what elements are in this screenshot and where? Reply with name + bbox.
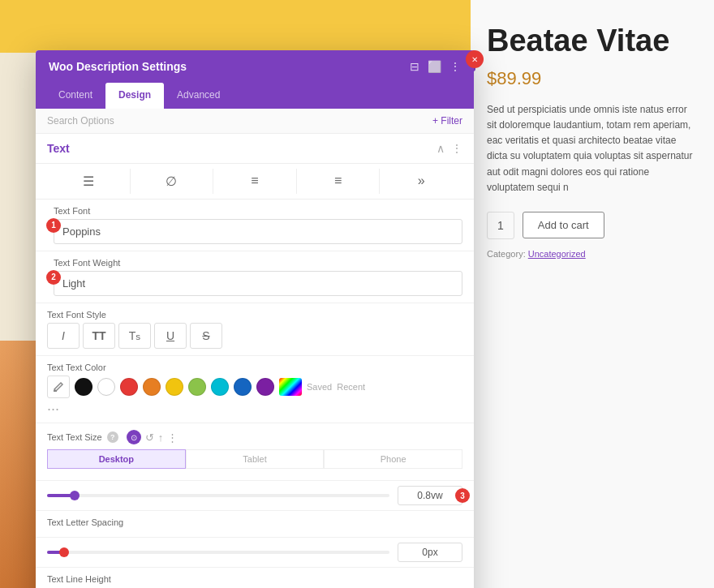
text-size-input[interactable] [398, 486, 462, 505]
letter-spacing-value-box [398, 543, 462, 562]
badge-1: 1 [46, 218, 61, 233]
category-link[interactable]: Uncategorized [528, 249, 586, 259]
tab-advanced[interactable]: Advanced [164, 83, 233, 109]
device-tab-tablet[interactable]: Tablet [186, 449, 325, 469]
text-font-row: 1 Text Font Poppins [36, 200, 474, 251]
text-size-slider-row: 3 [36, 481, 474, 511]
maximize-icon[interactable]: ⬜ [428, 60, 441, 73]
category-line: Category: Uncategorized [487, 249, 698, 259]
line-height-row: Text Line Height [36, 568, 474, 588]
panel-title: Woo Description Settings [49, 60, 187, 73]
text-font-label: Text Font [54, 206, 462, 216]
letter-spacing-label: Text Letter Spacing [47, 517, 462, 527]
text-font-weight-select[interactable]: Light [54, 271, 462, 296]
product-description: Sed ut perspiciatis unde omnis iste natu… [487, 102, 698, 195]
saved-label: Saved [307, 382, 332, 392]
swatch-green[interactable] [188, 378, 206, 396]
color-picker-button[interactable] [47, 376, 70, 398]
minimize-icon[interactable]: ⊟ [410, 60, 419, 73]
italic-button[interactable]: I [47, 323, 80, 349]
section-title: Text [47, 142, 70, 155]
align-center-button[interactable]: ≡ [213, 169, 297, 194]
badge-2: 2 [46, 270, 61, 285]
color-swatch-row: Saved Recent [47, 376, 462, 398]
letter-spacing-row: Text Letter Spacing [36, 511, 474, 538]
tab-design[interactable]: Design [105, 83, 164, 109]
section-controls: ∧ ⋮ [437, 142, 462, 155]
product-panel: Beatae Vitae $89.99 Sed ut perspiciatis … [471, 0, 714, 588]
letter-spacing-input[interactable] [398, 543, 462, 562]
panel-close-x[interactable]: ✕ [466, 50, 484, 68]
underline-button[interactable]: U [154, 323, 187, 349]
letter-spacing-slider-row [36, 538, 474, 568]
size-arrow-icon[interactable]: ↑ [158, 431, 164, 444]
swatch-black[interactable] [75, 378, 92, 396]
recent-label: Recent [337, 382, 365, 392]
line-height-label: Text Line Height [47, 574, 462, 584]
section-menu-icon[interactable]: ⋮ [451, 142, 462, 155]
add-to-cart-row: 1 Add to cart [487, 212, 698, 239]
more-options-icon[interactable]: ⋮ [449, 60, 461, 73]
small-cap-button[interactable]: Ts [118, 323, 151, 349]
device-tabs: Desktop Tablet Phone [47, 449, 462, 469]
size-lock-icon[interactable]: ⊙ [127, 430, 141, 444]
alignment-row: ☰ ∅ ≡ ≡ » [36, 164, 474, 200]
size-menu-icon[interactable]: ⋮ [167, 431, 178, 444]
badge-3: 3 [455, 488, 470, 503]
align-right-button[interactable]: ≡ [297, 169, 381, 194]
panel-tabs: Content Design Advanced [36, 83, 474, 109]
text-size-section: Text Text Size ? ⊙ ↺ ↑ ⋮ Desktop Tablet … [36, 423, 474, 481]
strikethrough-button[interactable]: S [190, 323, 222, 349]
color-gradient-button[interactable] [279, 378, 302, 396]
text-size-value-box: 3 [398, 486, 462, 505]
add-to-cart-button[interactable]: Add to cart [523, 212, 604, 238]
swatch-blue[interactable] [234, 378, 252, 396]
text-color-row: Text Text Color Saved Recent ··· [36, 356, 474, 423]
svg-rect-0 [54, 390, 57, 392]
more-colors-button[interactable]: ··· [47, 401, 59, 416]
style-buttons: I TT Ts U S [47, 323, 462, 349]
align-justify-button[interactable]: » [380, 169, 462, 194]
section-header: Text ∧ ⋮ [36, 134, 474, 164]
swatch-white[interactable] [97, 378, 115, 396]
swatch-yellow[interactable] [166, 378, 183, 396]
device-tab-phone[interactable]: Phone [324, 449, 462, 469]
product-price: $89.99 [487, 68, 698, 89]
device-tab-desktop[interactable]: Desktop [47, 449, 186, 469]
bold-tt-button[interactable]: TT [83, 323, 115, 349]
panel-header: Woo Description Settings ⊟ ⬜ ⋮ [36, 50, 474, 83]
align-none-button[interactable]: ∅ [131, 169, 214, 194]
align-left-button[interactable]: ☰ [47, 169, 131, 194]
slider-thumb[interactable] [70, 491, 80, 500]
text-font-weight-label: Text Font Weight [54, 258, 462, 268]
size-label-row: Text Text Size ? ⊙ ↺ ↑ ⋮ [47, 430, 462, 444]
filter-button[interactable]: + Filter [432, 115, 462, 127]
collapse-icon[interactable]: ∧ [437, 142, 445, 155]
header-icons: ⊟ ⬜ ⋮ [410, 60, 461, 73]
search-placeholder[interactable]: Search Options [47, 115, 114, 127]
text-size-slider[interactable] [47, 494, 389, 497]
text-font-style-label: Text Font Style [47, 310, 462, 320]
quantity-box[interactable]: 1 [487, 212, 514, 239]
swatch-orange[interactable] [143, 378, 161, 396]
top-background [0, 0, 471, 53]
help-icon[interactable]: ? [107, 431, 118, 443]
product-title: Beatae Vitae [487, 24, 698, 58]
text-color-label: Text Text Color [47, 363, 462, 372]
swatch-red[interactable] [120, 378, 138, 396]
letter-spacing-thumb[interactable] [59, 547, 69, 557]
text-size-label: Text Text Size [47, 432, 102, 442]
swatch-purple[interactable] [256, 378, 274, 396]
size-reset-icon[interactable]: ↺ [145, 431, 154, 444]
letter-spacing-slider[interactable] [47, 551, 389, 554]
text-font-weight-row: 2 Text Font Weight Light [36, 251, 474, 303]
category-label: Category: [487, 249, 526, 259]
settings-panel: Woo Description Settings ⊟ ⬜ ⋮ Content D… [36, 50, 474, 588]
image-strip [0, 341, 37, 588]
text-font-select[interactable]: Poppins [54, 219, 462, 244]
swatch-cyan[interactable] [211, 378, 229, 396]
text-font-style-row: Text Font Style I TT Ts U S [36, 303, 474, 356]
tab-content[interactable]: Content [45, 83, 105, 109]
search-bar: Search Options + Filter [36, 109, 474, 134]
